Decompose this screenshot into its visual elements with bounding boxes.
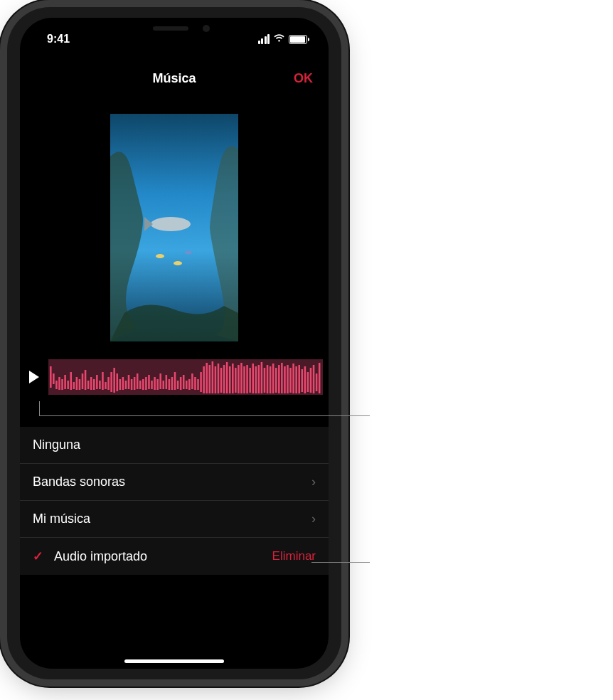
- screen: 9:41 Música OK: [20, 18, 329, 669]
- phone-frame: 9:41 Música OK: [7, 7, 341, 679]
- svg-rect-62: [215, 366, 217, 393]
- svg-rect-17: [85, 370, 87, 390]
- svg-rect-81: [270, 366, 272, 393]
- svg-rect-51: [183, 375, 185, 389]
- svg-rect-50: [180, 377, 182, 390]
- svg-rect-85: [281, 363, 283, 393]
- svg-rect-65: [223, 365, 225, 393]
- svg-rect-23: [102, 372, 104, 390]
- option-label: Ninguna: [33, 438, 316, 452]
- svg-rect-74: [249, 368, 251, 393]
- svg-rect-52: [186, 381, 188, 389]
- chevron-right-icon: ›: [311, 511, 316, 526]
- svg-rect-14: [76, 377, 78, 390]
- option-label: Bandas sonoras: [33, 474, 311, 489]
- svg-rect-91: [298, 365, 300, 393]
- svg-rect-70: [238, 365, 240, 393]
- svg-rect-47: [171, 377, 174, 390]
- option-soundtracks[interactable]: Bandas sonoras ›: [20, 464, 329, 501]
- svg-rect-83: [275, 368, 277, 393]
- svg-rect-22: [99, 381, 101, 389]
- chevron-right-icon: ›: [311, 474, 316, 489]
- svg-rect-69: [235, 368, 237, 393]
- callout-line: [39, 401, 40, 415]
- svg-rect-39: [148, 375, 150, 389]
- svg-rect-78: [261, 362, 263, 393]
- play-button[interactable]: [20, 359, 48, 395]
- svg-rect-45: [166, 375, 168, 389]
- svg-rect-31: [125, 381, 127, 389]
- video-thumbnail[interactable]: [110, 114, 238, 341]
- svg-rect-21: [96, 375, 98, 389]
- svg-rect-89: [292, 364, 294, 393]
- svg-rect-33: [131, 379, 133, 390]
- svg-rect-73: [246, 365, 248, 393]
- svg-rect-34: [134, 377, 136, 390]
- svg-rect-29: [119, 379, 122, 390]
- svg-rect-54: [191, 373, 193, 389]
- svg-rect-6: [53, 373, 55, 384]
- play-icon: [29, 371, 39, 383]
- checkmark-icon: ✓: [33, 548, 47, 564]
- svg-rect-42: [156, 379, 159, 390]
- svg-rect-28: [116, 373, 118, 391]
- svg-rect-44: [162, 381, 164, 389]
- svg-rect-68: [232, 364, 234, 393]
- callout-line: [311, 562, 370, 563]
- audio-waveform[interactable]: [48, 359, 323, 395]
- status-indicators: [258, 24, 308, 46]
- svg-rect-49: [177, 381, 179, 389]
- svg-rect-36: [139, 381, 142, 389]
- delete-button[interactable]: Eliminar: [272, 549, 316, 563]
- svg-rect-40: [151, 381, 153, 389]
- svg-rect-48: [174, 372, 176, 390]
- option-none[interactable]: Ninguna: [20, 427, 329, 464]
- wifi-icon: [273, 33, 285, 46]
- svg-rect-9: [61, 379, 63, 390]
- page-title: Música: [152, 71, 196, 86]
- svg-rect-60: [209, 365, 211, 393]
- svg-rect-87: [287, 365, 289, 393]
- battery-icon: [289, 35, 307, 44]
- svg-rect-13: [73, 382, 75, 389]
- svg-rect-16: [82, 373, 84, 389]
- ok-button[interactable]: OK: [294, 71, 313, 86]
- svg-rect-43: [159, 373, 161, 389]
- svg-rect-30: [122, 377, 124, 390]
- svg-rect-7: [55, 381, 58, 389]
- svg-rect-35: [137, 373, 139, 389]
- svg-point-1: [151, 217, 191, 231]
- svg-rect-10: [64, 375, 66, 389]
- svg-rect-46: [169, 379, 171, 390]
- svg-rect-11: [67, 381, 69, 389]
- option-my-music[interactable]: Mi música ›: [20, 501, 329, 538]
- svg-rect-82: [272, 364, 274, 393]
- svg-rect-12: [70, 372, 72, 390]
- svg-rect-26: [110, 372, 112, 392]
- option-imported-audio[interactable]: ✓ Audio importado Eliminar: [20, 538, 329, 575]
- svg-rect-95: [310, 368, 312, 393]
- svg-rect-97: [316, 373, 318, 391]
- home-indicator[interactable]: [124, 659, 224, 663]
- svg-rect-25: [107, 377, 110, 390]
- callout-line: [39, 415, 370, 416]
- svg-rect-38: [145, 377, 147, 390]
- svg-rect-63: [218, 364, 220, 393]
- notch: [103, 18, 245, 41]
- svg-rect-59: [206, 363, 208, 393]
- svg-point-3: [174, 261, 182, 265]
- svg-rect-96: [313, 365, 315, 393]
- svg-rect-57: [200, 372, 202, 392]
- svg-rect-67: [229, 366, 231, 393]
- svg-rect-75: [252, 364, 254, 393]
- option-label: Mi música: [33, 511, 311, 526]
- svg-rect-19: [90, 377, 92, 390]
- svg-rect-93: [304, 366, 306, 393]
- svg-rect-84: [278, 365, 280, 393]
- svg-rect-94: [307, 372, 309, 392]
- svg-rect-79: [264, 368, 266, 393]
- svg-rect-55: [194, 377, 196, 390]
- svg-rect-32: [128, 375, 130, 389]
- svg-rect-88: [289, 368, 292, 393]
- svg-rect-56: [197, 379, 199, 390]
